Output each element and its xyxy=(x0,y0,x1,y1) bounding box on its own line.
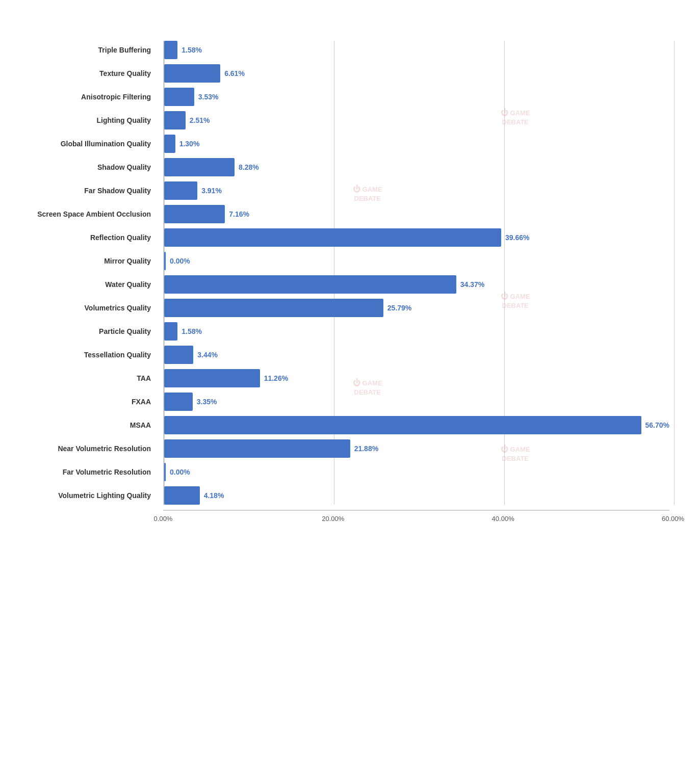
bar-label: Triple Buffering xyxy=(32,45,158,55)
bar-label: TAA xyxy=(32,374,158,383)
bar-value: 4.18% xyxy=(204,491,224,500)
bar-row: Volumetrics Quality25.79% xyxy=(164,299,669,317)
bar-value: 3.44% xyxy=(197,351,218,359)
bar-value: 25.79% xyxy=(387,304,411,312)
bar-row: Shadow Quality8.28% xyxy=(164,158,669,176)
bar-fill xyxy=(164,486,200,505)
bar-row: Global Illumination Quality1.30% xyxy=(164,135,669,153)
x-tick: 20.00% xyxy=(322,515,344,523)
bar-value: 1.58% xyxy=(182,327,202,335)
bar-value: 0.00% xyxy=(170,257,190,265)
bar-label: Volumetric Lighting Quality xyxy=(32,491,158,500)
bar-fill xyxy=(164,393,193,411)
bar-label: Screen Space Ambient Occlusion xyxy=(32,210,158,219)
bar-fill xyxy=(164,41,177,59)
bar-value: 2.51% xyxy=(190,116,210,124)
bar-row: Mirror Quality0.00% xyxy=(164,252,669,270)
bar-value: 8.28% xyxy=(239,163,259,171)
bar-label: Anisotropic Filtering xyxy=(32,92,158,101)
bar-fill xyxy=(164,252,166,270)
bar-label: Tessellation Quality xyxy=(32,350,158,359)
bar-fill xyxy=(164,111,186,129)
bar-fill xyxy=(164,439,350,458)
bar-value: 1.30% xyxy=(179,140,200,148)
bar-label: FXAA xyxy=(32,397,158,406)
bar-value: 56.70% xyxy=(645,421,669,429)
bar-fill xyxy=(164,369,260,387)
bar-fill xyxy=(164,181,197,200)
bar-value: 39.66% xyxy=(505,233,529,242)
bar-label: Texture Quality xyxy=(32,69,158,78)
bar-row: Lighting Quality2.51% xyxy=(164,111,669,129)
bar-fill xyxy=(164,322,177,341)
bar-row: Water Quality34.37% xyxy=(164,275,669,294)
bar-value: 3.91% xyxy=(201,187,222,195)
bar-label: Near Volumetric Resolution xyxy=(32,444,158,453)
bar-fill xyxy=(164,135,175,153)
bar-label: Particle Quality xyxy=(32,327,158,336)
bar-fill xyxy=(164,463,166,481)
bar-value: 6.61% xyxy=(224,69,245,77)
bar-row: MSAA56.70% xyxy=(164,416,669,434)
bar-label: Shadow Quality xyxy=(32,163,158,172)
bar-row: FXAA3.35% xyxy=(164,393,669,411)
bar-label: Reflection Quality xyxy=(32,233,158,242)
bar-row: Reflection Quality39.66% xyxy=(164,228,669,247)
bar-row: Far Volumetric Resolution0.00% xyxy=(164,463,669,481)
bar-row: Tessellation Quality3.44% xyxy=(164,346,669,364)
x-tick: 60.00% xyxy=(662,515,684,523)
bar-value: 1.58% xyxy=(182,46,202,54)
bar-fill xyxy=(164,346,193,364)
chart-wrapper: Triple Buffering1.58%Texture Quality6.61… xyxy=(31,41,669,530)
bar-row: Far Shadow Quality3.91% xyxy=(164,181,669,200)
x-axis: 0.00%20.00%40.00%60.00% xyxy=(163,510,669,525)
bar-label: Global Illumination Quality xyxy=(32,139,158,148)
bar-row: Screen Space Ambient Occlusion7.16% xyxy=(164,205,669,223)
bar-row: TAA11.26% xyxy=(164,369,669,387)
bar-row: Volumetric Lighting Quality4.18% xyxy=(164,486,669,505)
bar-row: Triple Buffering1.58% xyxy=(164,41,669,59)
bar-value: 34.37% xyxy=(460,280,484,289)
bar-label: MSAA xyxy=(32,421,158,430)
bar-value: 11.26% xyxy=(264,374,288,382)
x-tick: 40.00% xyxy=(492,515,514,523)
bar-fill xyxy=(164,88,194,106)
bar-row: Anisotropic Filtering3.53% xyxy=(164,88,669,106)
bar-label: Far Volumetric Resolution xyxy=(32,467,158,477)
bar-fill xyxy=(164,205,225,223)
bars-area: Triple Buffering1.58%Texture Quality6.61… xyxy=(163,41,669,505)
bar-label: Mirror Quality xyxy=(32,256,158,266)
bar-label: Lighting Quality xyxy=(32,116,158,125)
bar-value: 21.88% xyxy=(354,445,378,453)
bar-label: Far Shadow Quality xyxy=(32,186,158,195)
bar-value: 0.00% xyxy=(170,468,190,476)
bar-fill xyxy=(164,158,235,176)
bar-value: 3.35% xyxy=(197,398,217,406)
bar-fill xyxy=(164,64,220,83)
bar-fill xyxy=(164,299,383,317)
bar-fill xyxy=(164,275,456,294)
bar-label: Volumetrics Quality xyxy=(32,303,158,312)
bar-value: 7.16% xyxy=(229,210,249,218)
bar-label: Water Quality xyxy=(32,280,158,289)
bar-fill xyxy=(164,416,641,434)
bar-value: 3.53% xyxy=(198,93,219,101)
x-tick: 0.00% xyxy=(154,515,173,523)
bar-row: Particle Quality1.58% xyxy=(164,322,669,341)
bar-fill xyxy=(164,228,501,247)
bar-row: Texture Quality6.61% xyxy=(164,64,669,83)
bar-row: Near Volumetric Resolution21.88% xyxy=(164,439,669,458)
